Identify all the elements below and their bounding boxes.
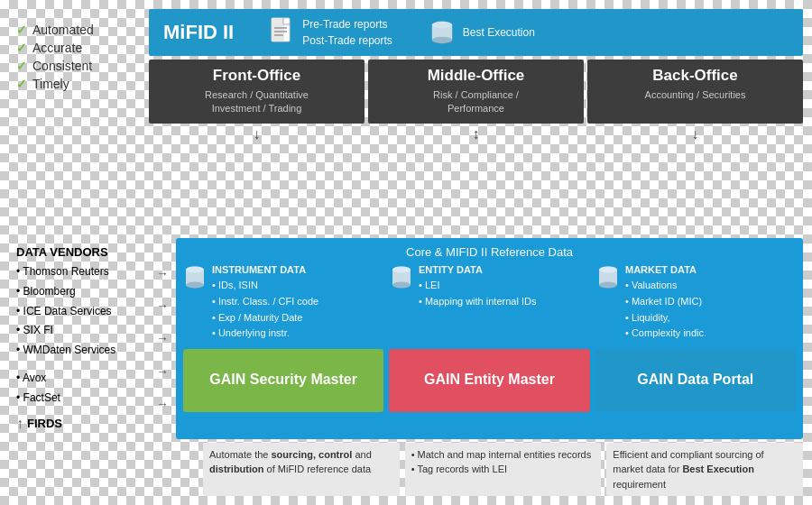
market-data-items: Valuations Market ID (MIC) Liquidity, Co… (625, 278, 706, 341)
check-item-accurate: ✓ Accurate (16, 41, 142, 55)
document-icon (270, 17, 295, 48)
label-accurate: Accurate (32, 41, 82, 55)
firds-arrow-icon: ↑ (16, 416, 23, 432)
svg-point-15 (392, 282, 411, 289)
instrument-item-1: Instr. Class. / CFI code (212, 294, 318, 310)
vendor-arrows: → → → → → (149, 238, 176, 438)
arrow-3: → (156, 332, 169, 344)
middle-office-box: Middle-Office Risk / Compliance / Perfor… (368, 60, 584, 124)
check-item-timely: ✓ Timely (16, 77, 142, 91)
best-execution-section: Best Execution (429, 20, 535, 45)
market-item-3: Complexity indic. (625, 326, 706, 342)
checkmark-automated: ✓ (16, 23, 27, 37)
arrow-5: → (156, 398, 169, 410)
main-container: ✓ Automated ✓ Accurate ✓ Consistent ✓ Ti… (9, 9, 803, 496)
check-item-consistent: ✓ Consistent (16, 59, 142, 73)
right-content: MiFID II Pre-Trade reportsPost-Trade rep… (149, 9, 803, 234)
entity-data-items: LEI Mapping with internal IDs (419, 278, 536, 309)
middle-office-title: Middle-Office (377, 67, 575, 85)
instrument-data-content: INSTRUMENT DATA IDs, ISIN Instr. Class. … (212, 264, 318, 341)
front-office-box: Front-Office Research / Quantitative Inv… (149, 60, 364, 124)
arrow-1: → (156, 267, 169, 280)
instrument-data-section: INSTRUMENT DATA IDs, ISIN Instr. Class. … (183, 264, 383, 341)
checkmark-timely: ✓ (16, 77, 27, 91)
entity-item-0: LEI (419, 278, 536, 294)
middle-office-desc: Risk / Compliance / Performance (377, 88, 575, 116)
desc-entity: • Match and map internal entities record… (405, 443, 602, 497)
data-sections-row: INSTRUMENT DATA IDs, ISIN Instr. Class. … (183, 264, 796, 341)
office-row: Front-Office Research / Quantitative Inv… (149, 60, 803, 124)
mifid-reports-section: Pre-Trade reportsPost-Trade reports (270, 16, 392, 49)
firds-section: ↑ FIRDS (16, 409, 142, 432)
label-timely: Timely (32, 77, 69, 91)
data-vendors-panel: DATA VENDORS Thomson Reuters Bloomberg I… (9, 238, 149, 438)
arrow-middle-office: ↕ (368, 125, 584, 143)
label-consistent: Consistent (32, 59, 92, 73)
svg-point-12 (186, 267, 204, 273)
back-office-box: Back-Office Accounting / Securities (587, 60, 803, 124)
vendor-ice: ICE Data Services (16, 302, 142, 322)
label-automated: Automated (32, 23, 94, 37)
gain-data-portal-box: GAIN Data Portal (595, 349, 796, 412)
instrument-data-title: INSTRUMENT DATA (212, 264, 318, 275)
vendor-reuters: Thomson Reuters (16, 262, 142, 282)
vendor-list-2: Avox FactSet (16, 369, 142, 408)
master-boxes-row: GAIN Security Master GAIN Entity Master … (183, 349, 796, 412)
entity-data-content: ENTITY DATA LEI Mapping with internal ID… (419, 264, 536, 309)
arrow-back-office: ↓ (587, 125, 803, 143)
arrow-2: → (156, 299, 169, 312)
checklist: ✓ Automated ✓ Accurate ✓ Consistent ✓ Ti… (16, 23, 142, 95)
market-item-1: Market ID (MIC) (625, 294, 706, 310)
arrow-4: → (156, 365, 169, 378)
instrument-cylinder-icon (183, 264, 207, 291)
svg-point-16 (392, 267, 411, 273)
gain-security-master-box: GAIN Security Master (183, 349, 383, 412)
entity-item-1: Mapping with internal IDs (419, 294, 536, 310)
market-item-2: Liquidity, (625, 310, 706, 326)
vendor-list: Thomson Reuters Bloomberg ICE Data Servi… (16, 262, 142, 360)
instrument-item-2: Exp / Maturity Date (212, 310, 318, 326)
instrument-item-3: Underlying instr. (212, 326, 318, 342)
check-item-automated: ✓ Automated (16, 23, 142, 37)
market-data-title: MARKET DATA (625, 264, 706, 275)
firds-label: FIRDS (27, 417, 62, 430)
front-office-title: Front-Office (158, 67, 355, 85)
desc-portal: Efficient and compliant sourcing of mark… (606, 443, 803, 497)
market-item-0: Valuations (625, 278, 706, 294)
vendor-six: SIX FI (16, 321, 142, 341)
svg-point-8 (432, 22, 452, 28)
checkmark-accurate: ✓ (16, 41, 27, 55)
svg-point-11 (186, 282, 204, 289)
back-office-desc: Accounting / Securities (596, 88, 794, 102)
core-title: Core & MIFID II Reference Data (183, 245, 796, 259)
connector-arrows: ↓ ↕ ↓ (149, 125, 803, 143)
top-section: ✓ Automated ✓ Accurate ✓ Consistent ✓ Ti… (9, 9, 803, 234)
svg-rect-1 (272, 18, 284, 41)
bottom-section: DATA VENDORS Thomson Reuters Bloomberg I… (9, 238, 803, 438)
main-blue-area: Core & MIFID II Reference Data INSTRUMEN… (176, 238, 803, 438)
entity-cylinder-icon (390, 264, 413, 291)
vendor-avox: Avox (16, 369, 142, 389)
descriptions-row: Automate the sourcing, control and distr… (203, 443, 803, 497)
left-panel: ✓ Automated ✓ Accurate ✓ Consistent ✓ Ti… (9, 9, 149, 234)
svg-point-19 (599, 282, 617, 289)
market-data-content: MARKET DATA Valuations Market ID (MIC) L… (625, 264, 706, 341)
vendor-bloomberg: Bloomberg (16, 282, 142, 302)
market-cylinder-icon (596, 264, 620, 291)
market-data-section: MARKET DATA Valuations Market ID (MIC) L… (596, 264, 796, 341)
desc-security: Automate the sourcing, control and distr… (203, 443, 400, 497)
vendor-wm: WMDaten Services (16, 341, 142, 361)
vendor-factset: FactSet (16, 389, 142, 409)
entity-data-section: ENTITY DATA LEI Mapping with internal ID… (390, 264, 589, 341)
mifid-bar: MiFID II Pre-Trade reportsPost-Trade rep… (149, 9, 803, 56)
cylinder-icon (429, 20, 456, 45)
back-office-title: Back-Office (596, 67, 794, 85)
gain-entity-master-box: GAIN Entity Master (389, 349, 589, 412)
checkmark-consistent: ✓ (16, 59, 27, 73)
report-text: Pre-Trade reportsPost-Trade reports (302, 16, 392, 49)
vendors-title: DATA VENDORS (16, 245, 142, 259)
instrument-item-0: IDs, ISIN (212, 278, 318, 294)
entity-data-title: ENTITY DATA (419, 264, 536, 275)
best-execution-label: Best Execution (463, 26, 535, 39)
instrument-data-items: IDs, ISIN Instr. Class. / CFI code Exp /… (212, 278, 318, 341)
